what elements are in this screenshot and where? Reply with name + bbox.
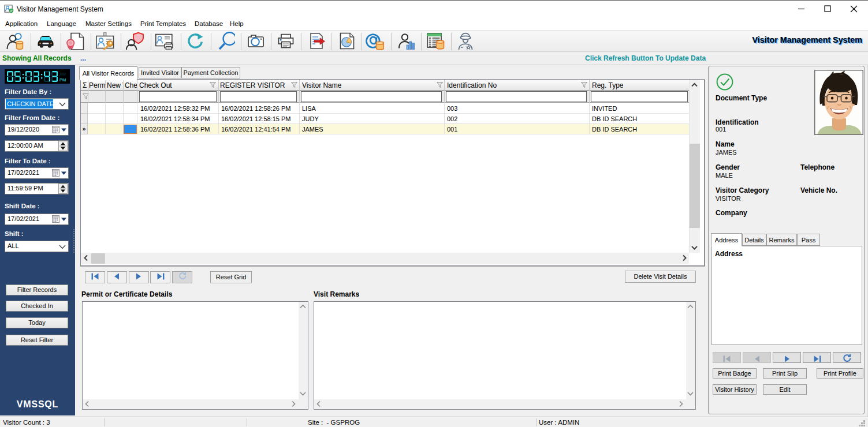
svg-text:AM: AM (59, 72, 66, 77)
svg-text:PM: PM (59, 77, 66, 83)
